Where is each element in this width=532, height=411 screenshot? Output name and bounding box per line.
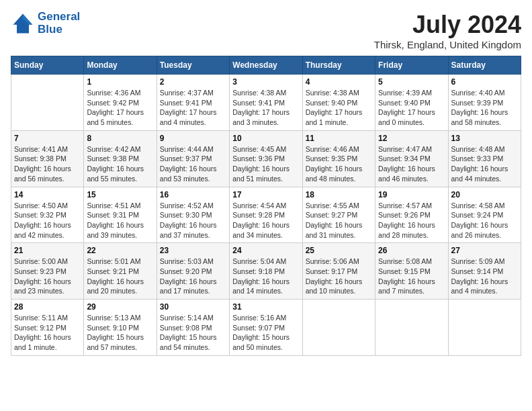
logo-general: General	[38, 11, 80, 24]
calendar-cell: 2Sunrise: 4:37 AMSunset: 9:41 PMDaylight…	[157, 75, 229, 131]
calendar-cell: 21Sunrise: 5:00 AMSunset: 9:23 PMDayligh…	[11, 243, 84, 300]
day-info: Sunrise: 4:37 AMSunset: 9:41 PMDaylight:…	[160, 88, 226, 128]
logo: General Blue	[11, 11, 80, 36]
calendar-cell: 30Sunrise: 5:14 AMSunset: 9:08 PMDayligh…	[157, 300, 229, 356]
calendar-cell: 13Sunrise: 4:48 AMSunset: 9:33 PMDayligh…	[448, 130, 521, 187]
calendar-cell: 4Sunrise: 4:38 AMSunset: 9:40 PMDaylight…	[302, 75, 375, 131]
day-info: Sunrise: 5:01 AMSunset: 9:21 PMDaylight:…	[87, 257, 153, 296]
weekday-header: Wednesday	[230, 56, 302, 75]
calendar-cell: 16Sunrise: 4:52 AMSunset: 9:30 PMDayligh…	[157, 187, 229, 243]
day-number: 25	[306, 246, 372, 255]
day-info: Sunrise: 4:39 AMSunset: 9:40 PMDaylight:…	[378, 88, 445, 128]
day-info: Sunrise: 4:42 AMSunset: 9:38 PMDaylight:…	[87, 144, 153, 184]
weekday-header: Monday	[84, 56, 157, 75]
calendar-cell: 8Sunrise: 4:42 AMSunset: 9:38 PMDaylight…	[84, 130, 157, 187]
day-info: Sunrise: 5:03 AMSunset: 9:20 PMDaylight:…	[160, 257, 226, 296]
calendar-cell: 7Sunrise: 4:41 AMSunset: 9:38 PMDaylight…	[11, 130, 84, 187]
day-number: 19	[378, 190, 445, 199]
calendar-cell: 1Sunrise: 4:36 AMSunset: 9:42 PMDaylight…	[84, 75, 157, 131]
day-number: 2	[160, 77, 226, 87]
logo-blue: Blue	[38, 24, 80, 36]
day-number: 14	[14, 190, 81, 199]
calendar-cell: 3Sunrise: 4:38 AMSunset: 9:41 PMDaylight…	[230, 75, 302, 131]
calendar-week-row: 7Sunrise: 4:41 AMSunset: 9:38 PMDaylight…	[11, 130, 521, 187]
calendar-cell: 24Sunrise: 5:04 AMSunset: 9:18 PMDayligh…	[230, 243, 302, 300]
day-number: 30	[160, 302, 226, 312]
day-number: 13	[451, 134, 518, 143]
weekday-header: Thursday	[302, 56, 375, 75]
location: Thirsk, England, United Kingdom	[374, 39, 521, 50]
calendar-cell: 20Sunrise: 4:58 AMSunset: 9:24 PMDayligh…	[448, 187, 521, 243]
day-info: Sunrise: 4:44 AMSunset: 9:37 PMDaylight:…	[160, 144, 226, 184]
page-header: General Blue July 2024 Thirsk, England, …	[11, 11, 521, 50]
weekday-header: Friday	[375, 56, 448, 75]
day-info: Sunrise: 5:16 AMSunset: 9:07 PMDaylight:…	[232, 313, 299, 353]
day-number: 28	[14, 302, 81, 312]
day-number: 31	[232, 302, 299, 312]
day-info: Sunrise: 4:57 AMSunset: 9:26 PMDaylight:…	[378, 201, 445, 240]
day-info: Sunrise: 4:45 AMSunset: 9:36 PMDaylight:…	[232, 144, 299, 184]
calendar-cell: 26Sunrise: 5:08 AMSunset: 9:15 PMDayligh…	[375, 243, 448, 300]
calendar-table: SundayMondayTuesdayWednesdayThursdayFrid…	[11, 56, 521, 356]
calendar-cell: 9Sunrise: 4:44 AMSunset: 9:37 PMDaylight…	[157, 130, 229, 187]
calendar-cell: 28Sunrise: 5:11 AMSunset: 9:12 PMDayligh…	[11, 300, 84, 356]
calendar-week-row: 28Sunrise: 5:11 AMSunset: 9:12 PMDayligh…	[11, 300, 521, 356]
day-number: 27	[451, 246, 518, 255]
day-info: Sunrise: 4:40 AMSunset: 9:39 PMDaylight:…	[451, 88, 518, 128]
title-block: July 2024 Thirsk, England, United Kingdo…	[374, 11, 521, 50]
day-number: 20	[451, 190, 518, 199]
day-number: 12	[378, 134, 445, 143]
calendar-week-row: 1Sunrise: 4:36 AMSunset: 9:42 PMDaylight…	[11, 75, 521, 131]
calendar-cell: 31Sunrise: 5:16 AMSunset: 9:07 PMDayligh…	[230, 300, 302, 356]
day-info: Sunrise: 5:04 AMSunset: 9:18 PMDaylight:…	[232, 257, 299, 296]
day-info: Sunrise: 5:06 AMSunset: 9:17 PMDaylight:…	[306, 257, 372, 296]
weekday-header-row: SundayMondayTuesdayWednesdayThursdayFrid…	[11, 56, 521, 75]
calendar-cell	[11, 75, 84, 131]
day-info: Sunrise: 4:48 AMSunset: 9:33 PMDaylight:…	[451, 144, 518, 184]
day-number: 23	[160, 246, 226, 255]
day-number: 22	[87, 246, 153, 255]
logo-icon	[11, 11, 35, 36]
calendar-cell: 5Sunrise: 4:39 AMSunset: 9:40 PMDaylight…	[375, 75, 448, 131]
calendar-cell: 25Sunrise: 5:06 AMSunset: 9:17 PMDayligh…	[302, 243, 375, 300]
day-number: 18	[306, 190, 372, 199]
calendar-cell	[375, 300, 448, 356]
day-number: 10	[232, 134, 299, 143]
day-number: 24	[232, 246, 299, 255]
calendar-cell: 10Sunrise: 4:45 AMSunset: 9:36 PMDayligh…	[230, 130, 302, 187]
calendar-cell: 23Sunrise: 5:03 AMSunset: 9:20 PMDayligh…	[157, 243, 229, 300]
day-number: 3	[232, 77, 299, 87]
weekday-header: Sunday	[11, 56, 84, 75]
day-info: Sunrise: 4:47 AMSunset: 9:34 PMDaylight:…	[378, 144, 445, 184]
day-info: Sunrise: 5:09 AMSunset: 9:14 PMDaylight:…	[451, 257, 518, 296]
calendar-cell: 18Sunrise: 4:55 AMSunset: 9:27 PMDayligh…	[302, 187, 375, 243]
calendar-cell: 29Sunrise: 5:13 AMSunset: 9:10 PMDayligh…	[84, 300, 157, 356]
day-number: 7	[14, 134, 81, 143]
day-info: Sunrise: 4:55 AMSunset: 9:27 PMDaylight:…	[306, 201, 372, 240]
day-number: 6	[451, 77, 518, 87]
day-number: 4	[306, 77, 372, 87]
month-year: July 2024	[374, 11, 521, 39]
day-info: Sunrise: 4:50 AMSunset: 9:32 PMDaylight:…	[14, 201, 81, 240]
calendar-cell: 27Sunrise: 5:09 AMSunset: 9:14 PMDayligh…	[448, 243, 521, 300]
day-number: 11	[306, 134, 372, 143]
day-number: 29	[87, 302, 153, 312]
calendar-cell: 6Sunrise: 4:40 AMSunset: 9:39 PMDaylight…	[448, 75, 521, 131]
day-info: Sunrise: 4:52 AMSunset: 9:30 PMDaylight:…	[160, 201, 226, 240]
day-info: Sunrise: 4:51 AMSunset: 9:31 PMDaylight:…	[87, 201, 153, 240]
calendar-week-row: 14Sunrise: 4:50 AMSunset: 9:32 PMDayligh…	[11, 187, 521, 243]
calendar-cell: 19Sunrise: 4:57 AMSunset: 9:26 PMDayligh…	[375, 187, 448, 243]
day-number: 17	[232, 190, 299, 199]
day-info: Sunrise: 5:08 AMSunset: 9:15 PMDaylight:…	[378, 257, 445, 296]
day-number: 9	[160, 134, 226, 143]
day-number: 15	[87, 190, 153, 199]
calendar-cell: 14Sunrise: 4:50 AMSunset: 9:32 PMDayligh…	[11, 187, 84, 243]
weekday-header: Tuesday	[157, 56, 229, 75]
calendar-cell	[302, 300, 375, 356]
day-info: Sunrise: 4:41 AMSunset: 9:38 PMDaylight:…	[14, 144, 81, 184]
day-info: Sunrise: 5:00 AMSunset: 9:23 PMDaylight:…	[14, 257, 81, 296]
calendar-cell: 12Sunrise: 4:47 AMSunset: 9:34 PMDayligh…	[375, 130, 448, 187]
day-number: 1	[87, 77, 153, 87]
calendar-cell: 22Sunrise: 5:01 AMSunset: 9:21 PMDayligh…	[84, 243, 157, 300]
day-number: 16	[160, 190, 226, 199]
